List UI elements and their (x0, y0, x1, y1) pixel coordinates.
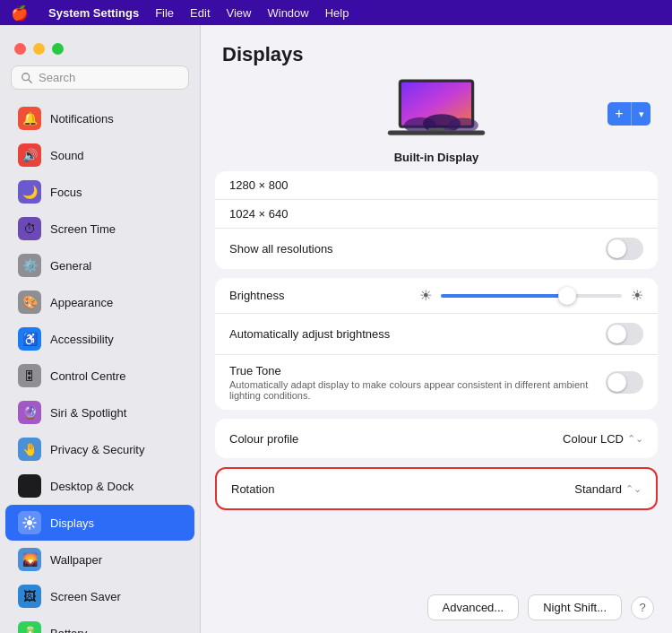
sidebar-item-general-label: General (50, 259, 91, 273)
colour-profile-value: Colour LCD (563, 432, 624, 446)
show-all-resolutions-row: Show all resolutions (215, 229, 658, 269)
advanced-button[interactable]: Advanced... (427, 594, 520, 620)
general-icon: ⚙️ (18, 254, 41, 277)
sidebar-item-displays[interactable]: Displays (5, 505, 194, 541)
sidebar-item-focus[interactable]: 🌙 Focus (5, 174, 194, 210)
screen-time-icon: ⏱ (18, 217, 41, 240)
sidebar-item-wallpaper[interactable]: 🌄 Wallpaper (5, 542, 194, 577)
rotation-value: Standard (574, 482, 622, 496)
svg-line-1 (29, 79, 32, 82)
menu-edit[interactable]: Edit (190, 6, 210, 20)
appearance-icon: 🎨 (18, 290, 41, 314)
brightness-label: Brightness (229, 289, 410, 302)
sun-low-icon: ☀ (419, 287, 432, 304)
sidebar-item-privacy-security[interactable]: 🤚 Privacy & Security (5, 431, 194, 467)
search-input[interactable] (39, 71, 179, 84)
add-display-group: + ▾ (607, 102, 650, 126)
sidebar-item-desktop-dock[interactable]: 🖥 Desktop & Dock (5, 468, 194, 504)
window-controls (0, 36, 200, 65)
control-centre-icon: 🎛 (18, 364, 41, 387)
colour-profile-row: Colour profile Colour LCD ⌃⌄ (215, 419, 658, 458)
help-button[interactable]: ? (631, 596, 654, 620)
desktop-dock-icon: 🖥 (18, 474, 41, 498)
content-header: Displays (201, 25, 672, 75)
close-button[interactable] (14, 43, 26, 55)
resolution-card: 1280 × 800 1024 × 640 Show all resolutio… (215, 171, 658, 269)
rotation-select[interactable]: Standard ⌃⌄ (574, 482, 642, 496)
resolution-item-1[interactable]: 1280 × 800 (215, 171, 658, 200)
brightness-slider[interactable] (441, 294, 622, 298)
rotation-label: Rotation (231, 482, 574, 496)
privacy-icon: 🤚 (18, 438, 41, 461)
focus-icon: 🌙 (18, 180, 41, 204)
sidebar-item-notifications[interactable]: 🔔 Notifications (5, 100, 194, 136)
accessibility-icon: ♿ (18, 327, 41, 351)
main-content: Displays (201, 25, 672, 633)
siri-icon: 🔮 (18, 401, 41, 424)
show-all-resolutions-toggle[interactable] (606, 238, 643, 260)
sidebar-item-sound[interactable]: 🔊 Sound (5, 137, 194, 173)
sidebar-item-appearance-label: Appearance (50, 296, 113, 309)
sidebar-item-accessibility-label: Accessibility (50, 333, 114, 346)
app-name: System Settings (48, 6, 139, 20)
colour-profile-label: Colour profile (229, 432, 563, 446)
slider-track (441, 294, 622, 298)
sidebar-item-control-centre-label: Control Centre (50, 369, 126, 383)
sidebar-item-siri-spotlight[interactable]: 🔮 Siri & Spotlight (5, 395, 194, 430)
display-dropdown-button[interactable]: ▾ (631, 102, 650, 126)
maximize-button[interactable] (52, 43, 64, 55)
sidebar-item-screen-time[interactable]: ⏱ Screen Time (5, 211, 194, 247)
true-tone-sub: Automatically adapt display to make colo… (229, 379, 597, 401)
sidebar-item-battery[interactable]: 🔋 Battery (5, 615, 194, 633)
sidebar-item-accessibility[interactable]: ♿ Accessibility (5, 321, 194, 357)
notifications-icon: 🔔 (18, 107, 41, 130)
sidebar-item-sound-label: Sound (50, 149, 84, 162)
search-bar[interactable] (11, 65, 189, 90)
sidebar-item-general[interactable]: ⚙️ General (5, 247, 194, 283)
true-tone-knob (607, 373, 626, 392)
menu-file[interactable]: File (155, 6, 174, 20)
brightness-card: Brightness ☀ ☀ Automatically adjust brig… (215, 278, 658, 410)
slider-fill (441, 294, 567, 298)
colour-profile-card: Colour profile Colour LCD ⌃⌄ (215, 419, 658, 458)
auto-brightness-row: Automatically adjust brightness (215, 314, 658, 355)
auto-brightness-toggle[interactable] (606, 323, 643, 345)
minimize-button[interactable] (33, 43, 45, 55)
sidebar-item-battery-label: Battery (50, 627, 87, 634)
menu-help[interactable]: Help (325, 6, 349, 20)
sidebar-item-screen-saver[interactable]: 🖼 Screen Saver (5, 578, 194, 614)
brightness-row: Brightness ☀ ☀ (215, 278, 658, 314)
battery-icon: 🔋 (18, 621, 41, 633)
apple-menu[interactable]: 🍎 (11, 4, 29, 22)
sidebar-item-screen-time-label: Screen Time (50, 222, 116, 236)
sidebar-item-desktop-dock-label: Desktop & Dock (50, 480, 134, 493)
add-display-button[interactable]: + (607, 102, 631, 126)
rotation-chevron-icon: ⌃⌄ (625, 483, 642, 495)
sidebar-item-notifications-label: Notifications (50, 112, 114, 126)
rotation-row: Rotation Standard ⌃⌄ (217, 469, 656, 508)
main-window: 🔔 Notifications 🔊 Sound 🌙 Focus ⏱ Screen… (0, 25, 672, 633)
rotation-card: Rotation Standard ⌃⌄ (215, 467, 658, 510)
display-preview-image (383, 75, 490, 145)
displays-icon (18, 511, 41, 534)
sidebar-item-privacy-label: Privacy & Security (50, 443, 144, 456)
true-tone-label: True Tone (229, 364, 597, 377)
svg-point-2 (27, 520, 32, 525)
bottom-bar: Advanced... Night Shift... ? (201, 585, 672, 633)
svg-rect-8 (428, 128, 444, 131)
toggle-knob (607, 239, 626, 258)
search-icon (21, 72, 33, 84)
sun-high-icon: ☀ (631, 287, 643, 304)
night-shift-button[interactable]: Night Shift... (528, 594, 622, 620)
true-tone-row: True Tone Automatically adapt display to… (215, 355, 658, 410)
display-name-label: Built-in Display (394, 151, 479, 164)
sidebar-item-wallpaper-label: Wallpaper (50, 553, 102, 567)
colour-profile-select[interactable]: Colour LCD ⌃⌄ (563, 432, 643, 446)
menu-view[interactable]: View (227, 6, 252, 20)
true-tone-toggle[interactable] (606, 371, 643, 394)
slider-thumb[interactable] (558, 287, 576, 305)
sidebar-item-appearance[interactable]: 🎨 Appearance (5, 284, 194, 320)
menu-window[interactable]: Window (267, 6, 308, 20)
sidebar-item-control-centre[interactable]: 🎛 Control Centre (5, 358, 194, 394)
resolution-item-2[interactable]: 1024 × 640 (215, 200, 658, 229)
